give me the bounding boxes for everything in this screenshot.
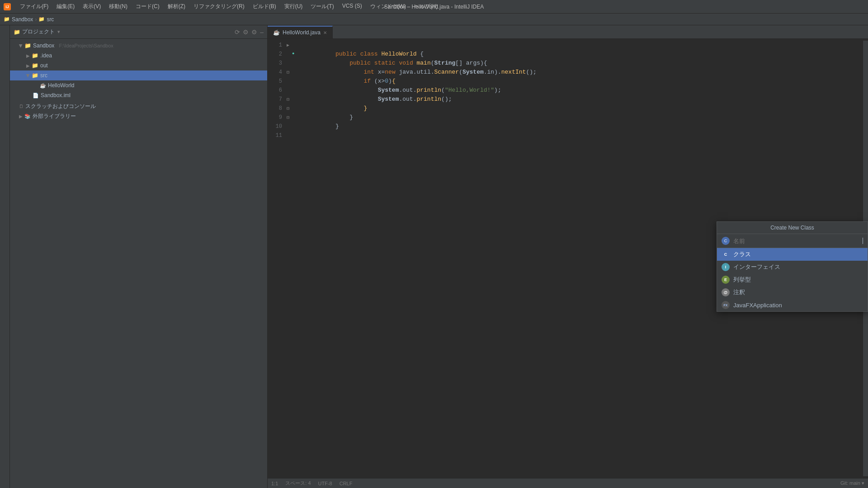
menu-view[interactable]: 表示(V) <box>79 2 104 11</box>
src-folder-icon: 📁 <box>32 72 38 79</box>
gutter-line-1: ▶ <box>286 41 297 50</box>
create-new-class-title: Create New Class <box>717 222 868 234</box>
tree-item-sandbox[interactable]: ▶ 📁 Sandbox F:\IdeaProjects\Sandbox <box>10 41 267 51</box>
scratch-icon: 🗒 <box>19 104 24 109</box>
menu-edit[interactable]: 編集(E) <box>53 2 78 11</box>
gutter-line-3 <box>286 59 297 68</box>
menu-tools[interactable]: ツール(T) <box>307 2 337 11</box>
tree-item-sandbox-iml[interactable]: 📄 Sandbox.iml <box>10 90 267 100</box>
editor-tab-helloworld[interactable]: ☕ HelloWorld.java ✕ <box>268 26 333 38</box>
gutter-line-9: ⊟ <box>286 113 297 122</box>
iml-file-icon: 📄 <box>33 93 39 99</box>
tab-java-icon: ☕ <box>273 29 280 36</box>
spaces-indicator: スペース: 4 <box>285 480 311 487</box>
layout-icon[interactable]: ⚙ <box>243 28 249 36</box>
encoding-indicator: UTF-8 <box>318 481 332 486</box>
window-title: Sandbox – HelloWorld.java - IntelliJ IDE… <box>384 4 484 10</box>
debug-icon-2[interactable]: ● <box>292 52 294 56</box>
text-cursor <box>863 238 863 244</box>
tree-item-helloworld[interactable]: ☕ HelloWorld <box>10 80 267 90</box>
menu-run[interactable]: 実行(U) <box>281 2 307 11</box>
gutter-line-4: ⊟ <box>286 68 297 77</box>
caret-icon: ▶ <box>26 63 30 68</box>
git-indicator: Git: main ▾ <box>840 480 864 486</box>
line-numbers: 1 2 3 4 5 6 7 8 9 10 11 <box>268 41 286 476</box>
create-new-class-input[interactable] <box>733 238 863 244</box>
tree-item-idea[interactable]: ▶ 📁 .idea <box>10 51 267 61</box>
cnc-javafx-icon: FX <box>722 301 730 309</box>
cnc-input-icon: C <box>722 237 730 245</box>
breadcrumb-separator: › <box>35 16 37 23</box>
cnc-interface-icon: I <box>722 263 730 271</box>
cnc-item-javafx[interactable]: FX JavaFXApplication <box>717 299 868 311</box>
caret-icon: ▶ <box>26 53 30 58</box>
create-new-class-dialog: Create New Class C C クラス I インターフェイス E 列挙… <box>717 221 868 312</box>
minimize-icon[interactable]: – <box>260 28 264 36</box>
cnc-class-icon: C <box>722 250 730 258</box>
code-line-9: } <box>300 113 859 122</box>
menu-refactor[interactable]: リファクタリング(R) <box>190 2 248 11</box>
menu-code[interactable]: コード(C) <box>132 2 163 11</box>
project-tree: ▶ 📁 Sandbox F:\IdeaProjects\Sandbox ▶ 📁 … <box>10 39 267 488</box>
cnc-item-annotation[interactable]: @ 注釈 <box>717 286 868 299</box>
settings-icon[interactable]: ⚙ <box>251 28 257 36</box>
app-icon: IJ <box>4 3 11 10</box>
tree-item-scratch[interactable]: 🗒 スクラッチおよびコンソール <box>10 101 267 111</box>
code-line-11 <box>300 131 859 140</box>
project-header: 📁 プロジェクト ▾ ⟳ ⚙ ⚙ – <box>10 25 267 39</box>
bottom-status-bar: 1:1 スペース: 4 UTF-8 CRLF Git: main ▾ <box>268 478 868 488</box>
project-header-actions: ⟳ ⚙ ⚙ – <box>235 28 264 36</box>
caret-icon: ▶ <box>19 44 24 47</box>
gutter-line-7: ⊟ <box>286 95 297 104</box>
lib-icon: 📚 <box>24 113 31 119</box>
menu-vcs[interactable]: VCS (S) <box>339 2 366 11</box>
fold-marker-7[interactable]: ⊟ <box>287 97 289 102</box>
folder-icon: 📁 <box>32 62 38 69</box>
main-layout: 📁 プロジェクト ▾ ⟳ ⚙ ⚙ – ▶ 📁 Sandbox F:\IdeaPr… <box>0 25 868 488</box>
caret-icon: ▶ <box>19 114 23 119</box>
project-title: 📁 プロジェクト ▾ <box>14 28 60 36</box>
tree-item-ext-lib[interactable]: ▶ 📚 外部ライブラリー <box>10 111 267 121</box>
sync-icon[interactable]: ⟳ <box>235 28 240 36</box>
cnc-annotation-icon: @ <box>722 288 730 296</box>
gutter-line-8: ⊟ <box>286 104 297 113</box>
code-gutter: ▶ ● ⊟ ⊟ ⊟ ⊟ <box>286 41 297 476</box>
tree-item-out[interactable]: ▶ 📁 out <box>10 61 267 70</box>
tree-item-src[interactable]: ▶ 📁 src <box>10 70 267 80</box>
cnc-item-enum[interactable]: E 列挙型 <box>717 273 868 286</box>
menu-analyze[interactable]: 解析(Z) <box>164 2 189 11</box>
code-line-10 <box>300 122 859 131</box>
line-sep-indicator: CRLF <box>340 481 353 486</box>
java-file-icon: ☕ <box>40 83 46 89</box>
breadcrumb-sandbox[interactable]: 📁 Sandbox <box>4 16 33 23</box>
folder-icon: 📁 <box>32 52 38 59</box>
menu-file[interactable]: ファイル(F) <box>16 2 52 11</box>
titlebar: IJ ファイル(F) 編集(E) 表示(V) 移動(N) コード(C) 解析(Z… <box>0 0 868 14</box>
left-edge-panel <box>0 25 10 488</box>
breadcrumb-src[interactable]: 📁 src <box>38 16 54 23</box>
fold-marker-4[interactable]: ⊟ <box>287 70 289 75</box>
cnc-item-class[interactable]: C クラス <box>717 248 868 261</box>
fold-marker-8[interactable]: ⊟ <box>287 106 289 111</box>
tab-close-button[interactable]: ✕ <box>323 30 327 35</box>
code-line-1: public class HelloWorld { <box>300 41 859 50</box>
folder-icon: 📁 <box>24 42 31 49</box>
caret-icon: ▶ <box>26 74 31 77</box>
fold-arrow-1[interactable]: ▶ <box>287 42 289 48</box>
menu-navigate[interactable]: 移動(N) <box>105 2 131 11</box>
create-new-class-input-row: C <box>717 234 868 248</box>
cnc-item-interface[interactable]: I インターフェイス <box>717 261 868 273</box>
gutter-line-5 <box>286 77 297 86</box>
gutter-line-6 <box>286 86 297 95</box>
cnc-enum-icon: E <box>722 276 730 284</box>
line-col-indicator: 1:1 <box>271 481 278 486</box>
breadcrumb: 📁 Sandbox › 📁 src <box>0 14 868 25</box>
menu-build[interactable]: ビルド(B) <box>249 2 280 11</box>
project-panel: 📁 プロジェクト ▾ ⟳ ⚙ ⚙ – ▶ 📁 Sandbox F:\IdeaPr… <box>10 25 268 488</box>
editor-area: ☕ HelloWorld.java ✕ 1 2 3 4 5 6 7 8 9 10… <box>268 25 868 488</box>
gutter-line-2: ● <box>286 50 297 59</box>
fold-marker-9[interactable]: ⊟ <box>287 115 289 120</box>
code-line-8: } <box>300 104 859 113</box>
tab-bar: ☕ HelloWorld.java ✕ <box>268 25 868 39</box>
